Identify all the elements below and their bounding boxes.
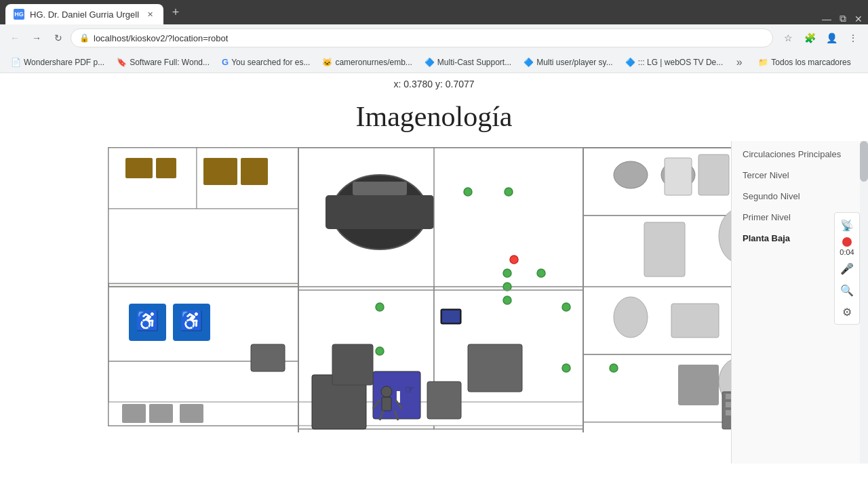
bookmark-icon: 🔷	[625, 58, 635, 67]
tab-title: HG. Dr. Daniel Gurria Urgell	[30, 9, 139, 20]
svg-rect-3	[108, 148, 197, 209]
sidebar-circulaciones[interactable]: Circulaciones Principales	[732, 144, 860, 165]
bookmark-label: Multi-Cast Support...	[437, 58, 511, 67]
folder-label: Todos los marcadores	[771, 58, 850, 67]
svg-point-53	[562, 364, 570, 372]
bookmark-multicast[interactable]: 🔷 Multi-Cast Support...	[419, 54, 517, 70]
svg-point-69	[381, 386, 392, 397]
bookmark-label: Software Full: Wond...	[130, 58, 210, 67]
svg-point-33	[503, 269, 511, 277]
svg-point-52	[376, 347, 384, 355]
folder-icon: 📁	[758, 58, 768, 67]
svg-rect-8	[203, 158, 237, 185]
bookmark-label: ::: LG | webOS TV De...	[638, 58, 724, 67]
svg-point-31	[562, 303, 570, 311]
record-indicator	[842, 237, 852, 247]
bookmark-software[interactable]: 🔖 Software Full: Wond...	[111, 54, 215, 70]
svg-text:☞: ☞	[405, 384, 414, 395]
svg-rect-21	[644, 222, 685, 277]
svg-rect-7	[156, 158, 176, 178]
svg-point-14	[464, 188, 472, 196]
svg-point-32	[510, 256, 518, 264]
svg-rect-70	[382, 397, 391, 411]
svg-rect-46	[149, 404, 173, 423]
svg-rect-5	[108, 209, 298, 283]
cast-button[interactable]: 📡	[837, 216, 856, 235]
svg-rect-9	[241, 158, 268, 185]
coordinates-display: x: 0.3780 y: 0.7077	[0, 73, 868, 95]
bookmark-github[interactable]: 🐱 cameronurnes/emb...	[317, 54, 417, 70]
svg-rect-80	[442, 310, 460, 323]
search-button[interactable]: 🔍	[837, 281, 856, 300]
bookmark-icon: G	[222, 57, 229, 67]
bookmark-lg[interactable]: 🔷 ::: LG | webOS TV De...	[620, 54, 729, 70]
forward-button[interactable]: →	[27, 28, 46, 47]
profile-button[interactable]: 👤	[822, 28, 841, 47]
menu-button[interactable]: ⋮	[844, 28, 863, 47]
floor-plan-title: Imagenología	[0, 100, 868, 133]
svg-point-54	[610, 364, 618, 372]
browser-chrome: HG HG. Dr. Daniel Gurria Urgell ✕ + — ⧉ …	[0, 0, 868, 73]
address-text: localhost/kioskov2/?location=robot	[94, 33, 228, 43]
svg-rect-76	[251, 344, 285, 371]
page-content: x: 0.3780 y: 0.7077 Imagenología	[0, 73, 868, 464]
bookmark-google[interactable]: G You searched for es...	[216, 54, 315, 70]
svg-rect-47	[180, 404, 203, 423]
svg-text:♿: ♿	[180, 310, 203, 332]
svg-rect-58	[726, 402, 731, 407]
sidebar-tercer-nivel[interactable]: Tercer Nivel	[732, 165, 860, 186]
tools-panel: 📡 0:04 🎤 🔍 ⚙	[834, 212, 860, 325]
nav-right-buttons: ☆ 🧩 👤 ⋮	[778, 28, 863, 47]
svg-rect-59	[726, 410, 731, 415]
settings-button[interactable]: ⚙	[837, 302, 856, 321]
svg-rect-51	[427, 382, 461, 419]
bookmarks-folder[interactable]: 📁 Todos los marcadores	[753, 54, 856, 70]
bookmark-icon: 🔖	[117, 58, 127, 67]
svg-point-39	[614, 297, 648, 338]
bookmark-label: You searched for es...	[231, 58, 310, 67]
svg-point-15	[505, 188, 513, 196]
bookmark-icon: 🔷	[425, 58, 435, 67]
svg-rect-55	[583, 422, 731, 432]
bookmark-multiuser[interactable]: 🔷 Multi user/player sy...	[518, 54, 618, 70]
tab-favicon: HG	[14, 9, 24, 20]
svg-rect-40	[671, 304, 719, 338]
svg-rect-78	[468, 344, 522, 392]
svg-rect-61	[698, 155, 729, 195]
minimize-button[interactable]: —	[822, 14, 831, 24]
bookmarks-bar: 📄 Wondershare PDF p... 🔖 Software Full: …	[0, 52, 868, 73]
tab-close-button[interactable]: ✕	[144, 9, 155, 20]
active-tab[interactable]: HG HG. Dr. Daniel Gurria Urgell ✕	[5, 4, 163, 24]
extensions-button[interactable]: 🧩	[800, 28, 819, 47]
reload-button[interactable]: ↻	[49, 28, 68, 47]
svg-point-30	[376, 303, 384, 311]
svg-point-35	[503, 296, 511, 304]
sidebar-segundo-nivel[interactable]: Segundo Nivel	[732, 186, 860, 207]
record-group: 0:04	[840, 237, 854, 256]
nav-bar: ← → ↻ 🔒 localhost/kioskov2/?location=rob…	[0, 24, 868, 52]
svg-point-36	[537, 269, 545, 277]
back-button[interactable]: ←	[5, 28, 24, 47]
maximize-button[interactable]: ⧉	[840, 13, 846, 24]
svg-rect-6	[125, 158, 153, 178]
bookmark-star-button[interactable]: ☆	[778, 28, 797, 47]
bookmark-label: Wondershare PDF p...	[24, 58, 104, 67]
floor-plan-container: ♿ ♿	[0, 141, 731, 464]
svg-text:♿: ♿	[136, 310, 159, 332]
bookmarks-more-button[interactable]: »	[730, 53, 749, 72]
microphone-button[interactable]: 🎤	[837, 259, 856, 278]
svg-rect-12	[326, 195, 434, 229]
address-bar[interactable]: 🔒 localhost/kioskov2/?location=robot	[71, 28, 773, 47]
svg-rect-77	[332, 344, 373, 385]
window-controls: — ⧉ ✕	[822, 13, 863, 24]
scrollbar[interactable]	[860, 141, 868, 464]
scrollbar-thumb[interactable]	[860, 141, 868, 182]
svg-rect-45	[122, 404, 146, 423]
bookmark-icon: 🐱	[322, 58, 332, 67]
new-tab-button[interactable]: +	[166, 3, 185, 22]
timer-display: 0:04	[840, 248, 854, 256]
svg-point-34	[503, 283, 511, 291]
bookmark-wondershare[interactable]: 📄 Wondershare PDF p...	[5, 54, 110, 70]
close-button[interactable]: ✕	[854, 14, 863, 24]
security-icon: 🔒	[79, 33, 90, 43]
